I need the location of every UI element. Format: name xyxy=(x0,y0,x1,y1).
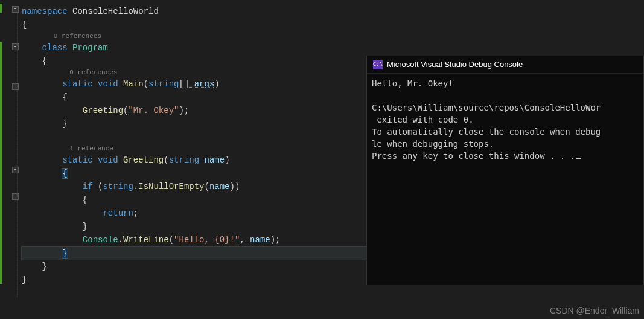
parameter: name xyxy=(209,182,230,192)
keyword: return xyxy=(103,208,133,218)
fold-toggle-icon[interactable]: - xyxy=(12,83,19,90)
debug-console-window[interactable]: C:\ Microsoft Visual Studio Debug Consol… xyxy=(366,56,644,285)
keyword: string xyxy=(148,79,179,89)
fold-toggle-icon[interactable]: - xyxy=(12,167,19,173)
parameter: args xyxy=(189,79,214,89)
brace: } xyxy=(83,222,88,231)
parameter: name xyxy=(199,155,225,165)
vs-console-icon: C:\ xyxy=(373,60,383,69)
code-line[interactable]: { xyxy=(22,18,644,31)
console-title-text: Microsoft Visual Studio Debug Console xyxy=(387,60,523,69)
keyword: static xyxy=(62,79,92,89)
string-literal: "Hello, {0}!" xyxy=(174,235,240,245)
brace: { xyxy=(22,20,27,30)
console-line: C:\Users\William\source\repos\ConsoleHel… xyxy=(372,103,601,112)
brace: } xyxy=(62,119,67,129)
fold-toggle-icon[interactable]: - xyxy=(12,193,19,200)
method-call: Greeting xyxy=(83,106,123,115)
method-name: Greeting xyxy=(118,155,164,165)
brace: { xyxy=(83,195,88,205)
method-name: Main xyxy=(118,79,144,89)
console-line: To automatically close the console when … xyxy=(372,127,601,137)
parameter: name xyxy=(250,235,270,245)
namespace-name: ConsoleHelloWorld xyxy=(68,7,159,16)
brace: { xyxy=(62,92,67,102)
brace-matched: { xyxy=(62,169,67,178)
console-output[interactable]: Hello, Mr. Okey! C:\Users\William\source… xyxy=(367,74,643,166)
brace: } xyxy=(22,275,27,285)
console-line: exited with code 0. xyxy=(372,115,474,124)
class-name: Program xyxy=(68,43,108,53)
keyword: void xyxy=(93,79,118,89)
change-marker xyxy=(0,4,2,13)
keyword: namespace xyxy=(22,7,68,16)
console-line: Hello, Mr. Okey! xyxy=(372,79,453,88)
code-line[interactable]: class Program xyxy=(22,41,644,54)
editor-gutter: - - - - - xyxy=(0,0,22,319)
codelens-references[interactable]: 0 references xyxy=(22,31,644,41)
fold-toggle-icon[interactable]: - xyxy=(12,44,19,50)
keyword: static xyxy=(62,155,92,165)
keyword: if xyxy=(83,182,93,192)
method-call: WriteLine xyxy=(123,235,169,245)
brace: } xyxy=(42,262,47,271)
console-line: le when debugging stops. xyxy=(372,139,494,149)
string-literal: "Mr. Okey" xyxy=(128,106,179,115)
keyword: string xyxy=(103,182,133,192)
brace-matched: } xyxy=(62,248,67,258)
brace: { xyxy=(42,56,47,66)
keyword: string xyxy=(169,155,199,165)
fold-toggle-icon[interactable]: - xyxy=(12,6,19,13)
change-marker xyxy=(0,42,2,284)
method-call: IsNullOrEmpty xyxy=(138,182,204,192)
code-line[interactable]: namespace ConsoleHelloWorld xyxy=(22,5,644,18)
fold-guide xyxy=(17,13,18,297)
keyword: void xyxy=(93,155,118,165)
console-titlebar[interactable]: C:\ Microsoft Visual Studio Debug Consol… xyxy=(367,56,643,74)
class-name: Console xyxy=(83,235,118,245)
watermark-text: CSDN @Ender_William xyxy=(550,306,639,315)
console-cursor xyxy=(576,158,581,159)
console-line: Press any key to close this window . . . xyxy=(372,151,575,161)
keyword: class xyxy=(42,43,68,53)
